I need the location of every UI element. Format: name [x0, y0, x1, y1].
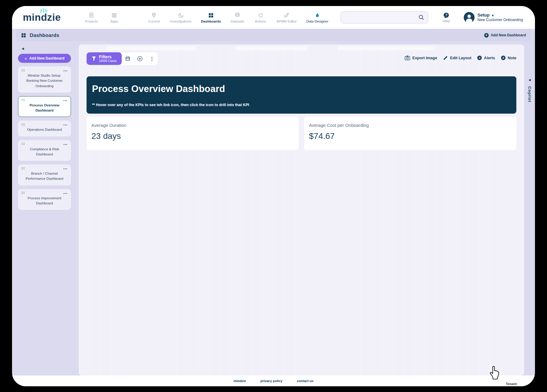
nav-item-current[interactable]: Current	[147, 12, 160, 23]
plus-circle-outline-icon	[137, 56, 143, 62]
dashboard-sidebar: + Add New Dashboard Mindzie Studio Setup…	[16, 44, 75, 375]
alerts-button[interactable]: Alerts	[477, 56, 495, 60]
mindzie-logo[interactable]: mindzie	[23, 12, 61, 23]
case-count: 10000 Cases	[99, 59, 117, 63]
drag-handle-icon[interactable]	[21, 167, 25, 170]
drag-handle-icon[interactable]	[21, 142, 25, 145]
nav-label: Datasets	[231, 20, 244, 23]
search-icon[interactable]	[418, 14, 424, 20]
drag-handle-icon[interactable]	[21, 69, 25, 72]
nav-items: Projects Apps Current Investigations	[85, 12, 328, 23]
body: + Add New Dashboard Mindzie Studio Setup…	[12, 41, 535, 375]
kpi-label: Average Duration	[91, 123, 294, 128]
date-filter-button[interactable]	[122, 52, 134, 65]
note-button[interactable]: Note	[501, 56, 516, 60]
funnel-icon	[92, 56, 96, 61]
kpi-card-average-cost[interactable]: Average Cost per Onboarding $74.67	[304, 117, 516, 150]
nav-label: Data Designer	[306, 20, 329, 23]
kpi-value: $74.67	[309, 131, 512, 141]
plus-circle-icon	[501, 56, 506, 60]
search-box	[341, 11, 428, 23]
nav-item-apps[interactable]: Apps	[108, 12, 121, 23]
help-icon: ?	[443, 12, 450, 18]
add-widget-button[interactable]	[134, 52, 146, 65]
chevron-down-icon	[492, 12, 494, 18]
page-header-bar: Dashboards Add New Dashboard	[16, 29, 531, 41]
search-input[interactable]	[344, 15, 418, 20]
copilot-tab[interactable]: Copilot	[527, 86, 532, 103]
drag-handle-icon[interactable]	[21, 191, 25, 194]
nav-label: Projects	[85, 20, 98, 23]
dashboard-title: Process Overview Dashboard	[92, 84, 511, 94]
card-menu-icon[interactable]	[63, 190, 68, 196]
nav-label: Dashboards	[201, 20, 221, 23]
nav-label: Actions	[255, 20, 266, 23]
sidebar-add-dashboard-button[interactable]: + Add New Dashboard	[18, 54, 71, 63]
dashboard-canvas: Filters 10000 Cases	[79, 44, 524, 375]
drag-handle-icon[interactable]	[21, 123, 25, 126]
copilot-expand-icon[interactable]	[528, 78, 531, 81]
copilot-panel-strip: Copilot	[524, 44, 535, 375]
sidebar-collapse-icon[interactable]	[22, 47, 72, 50]
nav-item-investigations[interactable]: Investigations	[170, 12, 191, 23]
export-image-button[interactable]: Export Image	[405, 55, 437, 60]
top-nav: mindzie Projects Apps	[12, 6, 535, 29]
avatar	[464, 12, 475, 23]
sidebar-item-process-overview[interactable]: Process Overview Dashboard	[18, 96, 71, 117]
filters-button[interactable]: Filters 10000 Cases	[87, 52, 122, 65]
apps-icon	[112, 12, 117, 18]
nav-item-actions[interactable]: Actions	[254, 12, 267, 23]
refresh-icon	[258, 12, 263, 18]
drag-handle-icon[interactable]	[21, 99, 25, 101]
kpi-card-average-duration[interactable]: Average Duration 23 days	[87, 117, 299, 150]
nav-item-data-designer[interactable]: Data Designer	[306, 12, 329, 23]
grid-icon	[208, 12, 214, 18]
user-menu[interactable]: Setup New Customer Onboarding	[464, 12, 523, 23]
help-label: Help	[443, 19, 450, 23]
user-name: Setup	[478, 12, 490, 18]
nav-item-bpmn-editor[interactable]: BPMN Editor	[277, 12, 297, 23]
kpi-value: 23 days	[91, 131, 294, 141]
footer-link-contact-us[interactable]: contact us	[297, 379, 313, 383]
sidebar-item-mindzie-studio-setup[interactable]: Mindzie Studio Setup: Banking New Custom…	[18, 66, 71, 93]
card-menu-icon[interactable]	[63, 166, 68, 171]
droplet-icon	[315, 12, 320, 18]
plus-circle-icon	[477, 56, 482, 60]
camera-icon	[405, 55, 410, 60]
edit-layout-button[interactable]: Edit Layout	[443, 56, 471, 60]
help-button[interactable]: ? Help	[443, 12, 450, 23]
database-icon	[235, 12, 240, 18]
card-menu-icon[interactable]	[63, 122, 68, 127]
nav-item-dashboards[interactable]: Dashboards	[201, 12, 221, 23]
sidebar-item-process-improvement[interactable]: Process Improvement Dashboard	[18, 189, 71, 210]
moon-icon	[178, 12, 184, 18]
add-new-dashboard-header-button[interactable]: Add New Dashboard	[484, 33, 526, 38]
nav-label: Investigations	[170, 20, 191, 23]
nav-item-datasets[interactable]: Datasets	[231, 12, 244, 23]
dashboard-title-panel: Process Overview Dashboard ** Hover over…	[87, 76, 516, 114]
plus-circle-icon	[484, 33, 489, 38]
nav-item-projects[interactable]: Projects	[85, 12, 98, 23]
card-menu-icon[interactable]	[63, 141, 68, 147]
footer-link-mindzie[interactable]: mindzie	[234, 379, 246, 383]
dashboard-note: ** Hover over any of the KPIs to see teh…	[92, 103, 511, 107]
plus-icon: +	[24, 56, 27, 61]
more-options-button[interactable]	[146, 52, 158, 65]
sidebar-item-branch-channel[interactable]: Branch / Channel Performance Dashboard	[18, 164, 71, 185]
sidebar-item-operations[interactable]: Operations Dashboard	[18, 121, 71, 136]
logo-text: mindzie	[23, 12, 61, 23]
kebab-menu-icon	[149, 56, 154, 62]
tenant-label: Tenant:	[506, 382, 518, 386]
dashboard-toolbar: Filters 10000 Cases	[87, 52, 516, 65]
dashboards-grid-icon	[21, 33, 26, 38]
pencil-icon	[443, 56, 448, 60]
footer-link-privacy-policy[interactable]: privacy policy	[260, 379, 282, 383]
footer: mindzie privacy policy contact us Tenant…	[12, 375, 535, 386]
sidebar-item-compliance-risk[interactable]: Compliance & Risk Dashboard	[18, 140, 71, 161]
card-menu-icon[interactable]	[63, 68, 68, 73]
skeleton-block	[106, 46, 196, 50]
add-new-dashboard-label: Add New Dashboard	[491, 33, 526, 37]
card-menu-icon[interactable]	[63, 97, 68, 103]
crown-icon	[39, 8, 48, 13]
document-icon	[89, 12, 94, 18]
